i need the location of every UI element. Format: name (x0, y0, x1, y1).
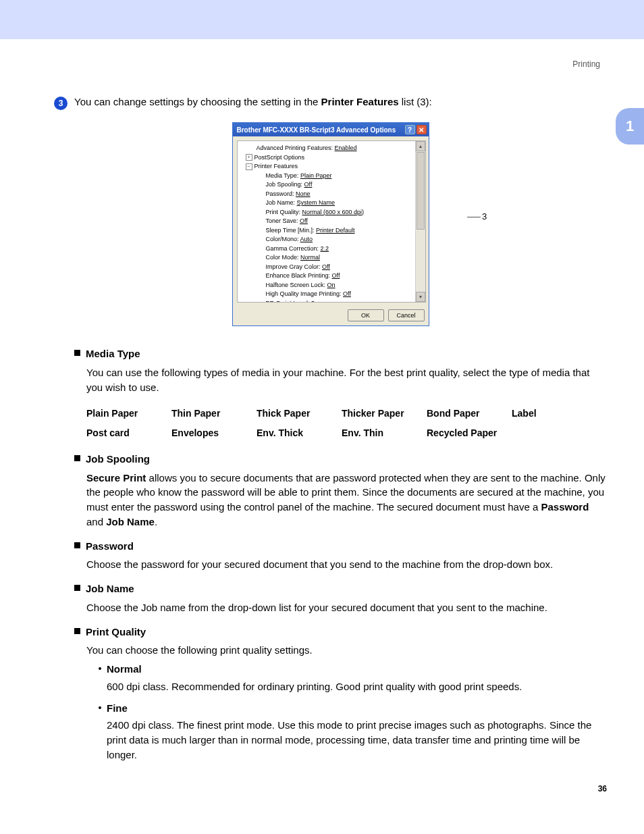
bullet-icon (74, 628, 80, 634)
media-cell: Thicker Paper (342, 404, 427, 423)
printer-features[interactable]: −Printer Features (246, 162, 425, 172)
chapter-tab[interactable]: 1 (616, 108, 644, 145)
js-t1: allows you to secure documents that are … (86, 472, 606, 513)
ok-button[interactable]: OK (348, 309, 384, 321)
feature-row[interactable]: Print Quality: Normal (600 x 600 dpi) (257, 208, 425, 217)
media-cell: Bond Paper (427, 404, 512, 423)
page-content: Printing 3 You can change settings by ch… (0, 39, 644, 762)
js-b2: Password (541, 501, 589, 513)
page-number: 36 (598, 784, 607, 793)
scroll-thumb[interactable] (417, 152, 425, 230)
ps-label: PostScript Options (254, 154, 305, 161)
job-spooling-body: Secure Print allows you to secure docume… (86, 471, 607, 529)
feature-row[interactable]: Enhance Black Printing: Off (257, 271, 425, 281)
option-tree: Advanced Printing Features: Enabled +Pos… (238, 141, 425, 303)
help-button[interactable]: ? (405, 125, 415, 134)
media-type-body: You can use the following types of media… (86, 365, 607, 395)
dot-icon (99, 706, 101, 709)
apf-row[interactable]: Advanced Printing Features: Enabled (257, 144, 425, 153)
bullet-icon (74, 585, 80, 591)
bullet-icon (74, 542, 80, 548)
callout-3: 3 (482, 211, 487, 221)
pq-fine: Fine 2400 dpi class. The finest print mo… (99, 701, 607, 762)
feature-row[interactable]: Job Spooling: Off (257, 180, 425, 190)
job-spooling-title: Job Spooling (86, 452, 150, 467)
section-media-type: Media Type You can use the following typ… (86, 346, 607, 442)
feature-row[interactable]: Color/Mono: Auto (257, 235, 425, 244)
scrollbar[interactable]: ▴ ▾ (415, 141, 425, 302)
dialog-wrap: Brother MFC-XXXX BR-Script3 Advanced Opt… (54, 122, 607, 326)
pq-fine-title: Fine (107, 701, 128, 716)
password-title: Password (86, 539, 134, 554)
pq-normal-desc: 600 dpi class. Recommended for ordinary … (107, 679, 607, 694)
js-t2: and (86, 516, 106, 527)
dialog-titlebar: Brother MFC-XXXX BR-Script3 Advanced Opt… (233, 123, 429, 136)
step-before: You can change settings by choosing the … (74, 96, 321, 107)
ps-options[interactable]: +PostScript Options (246, 153, 425, 163)
feature-row[interactable]: High Quality Image Printing: Off (257, 290, 425, 299)
media-cell: Env. Thick (257, 423, 342, 442)
section-job-spooling: Job Spooling Secure Print allows you to … (86, 452, 607, 529)
feature-row[interactable]: Halftone Screen Lock: On (257, 281, 425, 290)
media-cell: Plain Paper (86, 404, 171, 423)
feature-row[interactable]: BR-Script Level: 3 (257, 299, 425, 303)
media-cell: Thin Paper (171, 404, 257, 423)
media-table: Plain PaperThin PaperThick PaperThicker … (86, 404, 607, 442)
bullet-icon (74, 455, 80, 461)
scroll-down-icon[interactable]: ▾ (416, 292, 425, 302)
media-cell: Post card (86, 423, 171, 442)
apf-value: Enabled (335, 145, 357, 151)
js-t3: . (155, 516, 157, 527)
js-b3: Job Name (106, 516, 155, 527)
pq-intro: You can choose the following print quali… (86, 643, 607, 658)
close-button[interactable]: ✕ (417, 125, 427, 134)
feature-row[interactable]: Password: None (257, 190, 425, 199)
feature-row[interactable]: Sleep Time [Min.]: Printer Default (257, 226, 425, 236)
media-cell: Env. Thin (342, 423, 427, 442)
dot-icon (99, 667, 101, 670)
step-3: 3 You can change settings by choosing th… (54, 96, 607, 110)
pq-fine-desc: 2400 dpi class. The finest print mode. U… (107, 718, 607, 762)
pq-normal: Normal 600 dpi class. Recommended for or… (99, 662, 607, 694)
scroll-up-icon[interactable]: ▴ (416, 141, 425, 151)
media-cell: Recycled Paper (427, 423, 512, 442)
step-after: list (3): (399, 96, 432, 107)
feature-row[interactable]: Gamma Correction: 2.2 (257, 244, 425, 254)
secure-print-bold: Secure Print (86, 472, 146, 484)
jobname-body: Choose the Job name from the drop-down l… (86, 600, 607, 615)
step-text: You can change settings by choosing the … (74, 96, 432, 107)
top-band (0, 0, 644, 39)
expand-icon[interactable]: + (246, 154, 252, 161)
pf-label: Printer Features (254, 163, 298, 170)
step-badge: 3 (54, 97, 68, 110)
dialog-body: Advanced Printing Features: Enabled +Pos… (237, 140, 426, 303)
pq-title: Print Quality (86, 625, 146, 640)
advanced-options-dialog: Brother MFC-XXXX BR-Script3 Advanced Opt… (232, 122, 429, 326)
feature-row[interactable]: Toner Save: Off (257, 217, 425, 226)
section-print-quality: Print Quality You can choose the followi… (86, 625, 607, 762)
media-type-title: Media Type (86, 346, 140, 361)
feature-row[interactable]: Job Name: System Name (257, 199, 425, 208)
step-bold: Printer Features (321, 96, 399, 107)
dialog-title: Brother MFC-XXXX BR-Script3 Advanced Opt… (237, 126, 396, 134)
header-label: Printing (54, 59, 607, 69)
section-job-name: Job Name Choose the Job name from the dr… (86, 581, 607, 615)
password-body: Choose the password for your secured doc… (86, 557, 607, 572)
apf-label: Advanced Printing Features: (257, 145, 335, 151)
pq-normal-title: Normal (107, 662, 142, 677)
media-cell: Thick Paper (257, 404, 342, 423)
collapse-icon[interactable]: − (246, 163, 252, 170)
feature-row[interactable]: Media Type: Plain Paper (257, 172, 425, 181)
section-password: Password Choose the password for your se… (86, 539, 607, 573)
media-cell (512, 423, 597, 442)
cancel-button[interactable]: Cancel (388, 309, 425, 321)
callout-line (467, 217, 481, 217)
media-cell: Label (512, 404, 597, 423)
feature-row[interactable]: Improve Gray Color: Off (257, 263, 425, 272)
jobname-title: Job Name (86, 581, 134, 596)
media-cell: Envelopes (171, 423, 257, 442)
bullet-icon (74, 350, 80, 356)
feature-row[interactable]: Color Mode: Normal (257, 253, 425, 263)
